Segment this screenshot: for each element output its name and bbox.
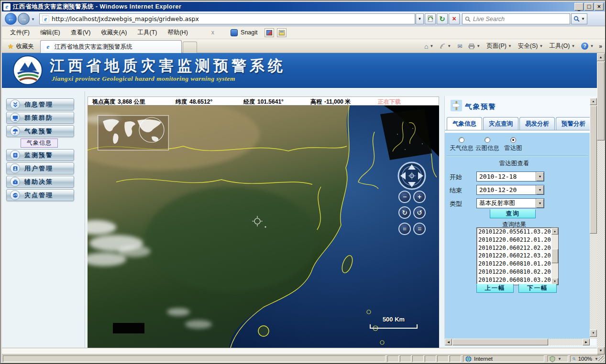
list-item[interactable]: 20101220.060212.03.20.	[477, 252, 558, 260]
page-horizontal-scrollbar[interactable]	[2, 348, 597, 354]
favorites-button[interactable]: ★ 收藏夹	[4, 41, 37, 52]
compatibility-view-button[interactable]	[425, 13, 436, 24]
protected-mode-cell[interactable]: ▼	[547, 355, 568, 362]
safety-menu[interactable]: 安全(S)▼	[517, 41, 544, 51]
scroll-up-icon[interactable]: ▲	[590, 98, 597, 105]
snagit-capture-button[interactable]	[264, 28, 274, 37]
browser-tab[interactable]: e 江西省地质灾害监测预警系统	[40, 40, 182, 53]
scrollbar-thumb[interactable]	[597, 62, 605, 140]
list-item[interactable]: 20101220.060810.02.20.	[477, 268, 558, 276]
scroll-up-icon[interactable]: ▲	[551, 228, 558, 235]
pan-compass-control[interactable]	[397, 161, 427, 191]
list-item[interactable]: 20101220.060810.01.20.	[477, 260, 558, 268]
tab-weather-info[interactable]: 气象信息	[447, 117, 482, 130]
globe-map-view[interactable]: − + ↻ ↺ ≡ ≡ 500 Km	[88, 106, 439, 349]
menu-edit[interactable]: 编辑(E)	[35, 27, 66, 39]
radio-weather-info[interactable]	[459, 137, 464, 143]
search-options-dropdown-icon[interactable]: ▼	[581, 17, 585, 21]
panel-horizontal-scrollbar[interactable]: ◀ ▶	[445, 339, 590, 345]
page-menu[interactable]: 页面(P)▼	[485, 41, 513, 51]
tab-warning-analysis[interactable]: 预警分析	[556, 117, 590, 130]
results-listbox[interactable]: 20101220.055611.03.20. 20101220.060212.0…	[476, 227, 559, 285]
previous-image-button[interactable]: 上一幅	[476, 284, 514, 293]
zoom-out-button[interactable]: −	[398, 191, 411, 203]
feeds-button[interactable]: ▼	[439, 42, 452, 50]
search-go-button[interactable]: ▼	[571, 13, 587, 24]
radio-cloud-info[interactable]	[485, 137, 490, 143]
tools-menu[interactable]: 工具(O)▼	[548, 41, 576, 51]
radio-group-cloud[interactable]: 云图信息	[474, 137, 500, 152]
scrollbar-thumb[interactable]	[452, 339, 548, 345]
address-dropdown-button[interactable]: ▼	[416, 13, 424, 24]
list-item[interactable]: 20101220.060810.03.20.	[477, 276, 558, 284]
home-button[interactable]: ⌂▼	[423, 42, 434, 51]
overview-map[interactable]	[98, 115, 169, 150]
scroll-up-icon[interactable]: ▲	[597, 54, 605, 61]
type-select[interactable]: 基本反射率图 ▼	[476, 198, 544, 208]
menu-file[interactable]: 文件(F)	[5, 27, 35, 39]
layers-button[interactable]: ≡	[413, 223, 426, 235]
scrollbar-thumb[interactable]	[551, 249, 558, 263]
sidebar-item-user-management[interactable]: 用户管理	[6, 162, 74, 174]
new-tab-button[interactable]	[183, 42, 197, 53]
read-mail-button[interactable]: ✉	[456, 42, 463, 51]
sidebar-subitem-weather-info[interactable]: 气象信息	[21, 139, 58, 148]
stop-button[interactable]: ×	[449, 13, 460, 24]
snagit-window-button[interactable]	[277, 28, 286, 37]
sidebar-item-decision-support[interactable]: 辅助决策	[6, 176, 74, 188]
rotate-cw-button[interactable]: ↻	[398, 206, 411, 219]
query-button[interactable]: 查询	[490, 209, 536, 218]
print-button[interactable]: ▼	[467, 43, 481, 50]
scroll-down-icon[interactable]: ▼	[590, 330, 597, 337]
panel-vertical-scrollbar[interactable]: ▲ ▼	[590, 98, 597, 339]
snagit-label[interactable]: Snagit	[241, 29, 257, 36]
chevron-down-icon[interactable]: ▼	[558, 357, 562, 361]
menu-tools[interactable]: 工具(T)	[132, 27, 162, 39]
chevron-down-icon[interactable]: ▼	[595, 357, 598, 361]
toolbar-close-button[interactable]: x	[208, 27, 218, 38]
address-input[interactable]: e http://localhost/Jxdzwebgis_mapgis/gri…	[39, 13, 415, 24]
minimize-button[interactable]: _	[574, 3, 584, 11]
help-menu[interactable]: ?▼	[580, 42, 595, 51]
list-item[interactable]: 20101220.055611.03.20.	[477, 228, 558, 236]
menu-help[interactable]: 帮助(H)	[162, 27, 193, 39]
chevron-down-icon[interactable]: ▼	[536, 185, 544, 194]
radio-group-radar[interactable]: 雷达图	[500, 137, 526, 152]
search-input[interactable]: Live Search	[462, 13, 570, 24]
sidebar-item-weather-warning[interactable]: 气象预警	[6, 125, 74, 137]
sidebar-item-hazard-point-management[interactable]: 灾点管理	[6, 189, 74, 201]
menu-favorites[interactable]: 收藏夹(A)	[96, 27, 132, 39]
scrollbar-thumb[interactable]	[590, 106, 597, 234]
page-vertical-scrollbar[interactable]: ▲ ▼	[597, 54, 605, 354]
sidebar-item-info-management[interactable]: 信息管理	[6, 98, 74, 110]
scroll-down-icon[interactable]: ▼	[597, 347, 605, 354]
back-button[interactable]: ←	[5, 13, 17, 25]
chevron-down-icon[interactable]: ▼	[536, 172, 544, 181]
chevron-down-icon[interactable]: ▼	[536, 199, 544, 208]
more-commands-icon[interactable]: »	[599, 43, 602, 50]
zoom-level-cell[interactable]: 100% ▼	[570, 355, 601, 362]
close-button[interactable]: ×	[595, 3, 604, 11]
end-date-select[interactable]: 2010-12-20 ▼	[476, 185, 544, 195]
tab-susceptibility-analysis[interactable]: 易发分析	[519, 117, 555, 130]
forward-button[interactable]: →	[18, 13, 30, 25]
maximize-button[interactable]: □	[584, 3, 594, 11]
refresh-button[interactable]: ↻	[437, 13, 448, 24]
tilt-button[interactable]: ≡	[398, 223, 411, 235]
scroll-left-icon[interactable]: ◀	[445, 339, 452, 345]
listbox-scrollbar[interactable]: ▲ ▼	[551, 228, 558, 285]
zoom-in-button[interactable]: +	[413, 191, 426, 203]
sidebar-item-group-prevention[interactable]: 群策群防	[6, 112, 74, 124]
start-date-select[interactable]: 2010-12-18 ▼	[476, 171, 544, 182]
resize-grip[interactable]	[598, 356, 605, 362]
list-item[interactable]: 20101220.060212.01.20.	[477, 236, 558, 244]
sidebar-item-monitor-warning[interactable]: 监测预警	[6, 149, 74, 161]
recent-pages-dropdown-icon[interactable]: ▼	[31, 17, 35, 21]
radio-group-weather[interactable]: 天气信息	[449, 137, 474, 152]
tab-hazard-query[interactable]: 灾点查询	[483, 117, 518, 130]
radio-radar-selected[interactable]	[510, 137, 516, 143]
menu-view[interactable]: 查看(V)	[66, 27, 96, 39]
next-image-button[interactable]: 下一幅	[518, 284, 557, 293]
scroll-right-icon[interactable]: ▶	[583, 339, 590, 345]
rotate-ccw-button[interactable]: ↺	[413, 206, 426, 219]
